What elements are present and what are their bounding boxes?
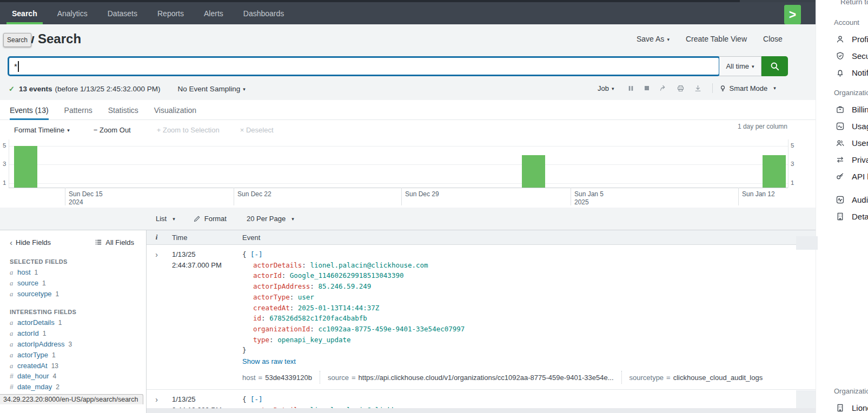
field-name: actorId <box>17 329 39 337</box>
per-page-dropdown[interactable]: 20 Per Page <box>247 215 294 223</box>
search-input[interactable]: * <box>8 56 720 76</box>
field-name: actorType <box>17 351 48 359</box>
time-column-header: Time <box>167 234 237 242</box>
json-value[interactable]: lionel.palacin@clickhouse.com <box>310 261 428 269</box>
event-sampling-dropdown[interactable]: No Event Sampling <box>178 85 246 93</box>
json-key[interactable]: organizationId <box>253 325 310 333</box>
number-type-icon: # <box>10 372 17 380</box>
job-menu[interactable]: Job <box>598 84 614 92</box>
nav-item-reports[interactable]: Reports <box>157 2 184 24</box>
panel-sections: AccountProfileSecurityNotificationsOrgan… <box>816 18 868 413</box>
string-type-icon: a <box>10 319 17 327</box>
panel-item-lionel[interactable]: Lionel <box>836 399 868 413</box>
format-timeline-dropdown[interactable]: Format Timeline <box>14 126 70 134</box>
nav-item-dashboards[interactable]: Dashboards <box>243 2 284 24</box>
stop-icon[interactable] <box>644 85 650 91</box>
panel-item-private-endpoints[interactable]: Private endpoints <box>836 151 868 168</box>
json-value[interactable]: 678526d582c1f20fac4babfb <box>269 314 367 322</box>
search-mode-dropdown[interactable]: Smart Mode <box>719 84 776 92</box>
panel-item-api-keys[interactable]: API keys <box>836 168 868 185</box>
field-row-actorDetails[interactable]: aactorDetails1 <box>0 318 146 329</box>
x-axis-tick-label: Sun Dec 22 <box>237 190 271 198</box>
show-raw-text-link[interactable]: Show as raw text <box>242 357 296 365</box>
collapse-toggle[interactable]: [-] <box>250 250 263 258</box>
return-to-link[interactable]: Return to <box>840 0 868 6</box>
hide-fields-button[interactable]: ‹ Hide Fields <box>10 238 51 247</box>
field-row-actorIpAddress[interactable]: aactorIpAddress3 <box>0 340 146 351</box>
collapse-toggle[interactable]: [-] <box>250 395 263 403</box>
share-icon[interactable] <box>659 84 667 92</box>
timeline-bar-segment[interactable] <box>763 155 786 188</box>
zoom-out-button[interactable]: − Zoom Out <box>94 126 131 134</box>
json-key[interactable]: type <box>253 336 269 344</box>
meta-field-host[interactable]: host=53de4339120b <box>242 374 312 382</box>
json-key[interactable]: actorId <box>253 271 282 279</box>
field-row-actorType[interactable]: aactorType1 <box>0 351 146 362</box>
export-icon[interactable] <box>694 84 702 92</box>
print-icon[interactable] <box>677 84 685 92</box>
y-axis-tick-label: 3 <box>791 161 794 167</box>
meta-field-source[interactable]: source=https://api.clickhouse.cloud/v1/o… <box>328 374 614 382</box>
search-button[interactable] <box>761 56 788 76</box>
field-row-sourcetype[interactable]: asourcetype1 <box>0 290 146 301</box>
x-axis-line <box>9 188 788 188</box>
json-value[interactable]: 2025-01-13T14:44:37Z <box>298 304 380 312</box>
field-row-date_mday[interactable]: #date_mday2 <box>0 383 146 394</box>
json-key[interactable]: actorIpAddress <box>253 282 310 290</box>
splunk-logo-icon[interactable]: > <box>784 5 801 24</box>
json-key[interactable]: actorType <box>253 293 290 301</box>
field-row-actorId[interactable]: aactorId1 <box>0 329 146 340</box>
timeline-bar-segment[interactable] <box>14 146 37 188</box>
events-timeline-chart[interactable]: 113355Sun Dec 152024Sun Dec 22Sun Dec 29… <box>0 139 816 208</box>
tab-events-[interactable]: Events (13) <box>10 100 49 120</box>
json-value[interactable]: user <box>298 293 314 301</box>
json-open-line: { [-] <box>242 394 816 405</box>
panel-item-security[interactable]: Security <box>836 48 868 64</box>
field-row-createdAt[interactable]: acreatedAt13 <box>0 362 146 372</box>
all-fields-button[interactable]: All Fields <box>95 238 134 247</box>
json-value[interactable]: Google_114602629918513043390 <box>290 271 404 279</box>
create-table-view-button[interactable]: Create Table View <box>686 35 747 43</box>
expand-chevron-icon[interactable]: › <box>147 249 167 384</box>
panel-item-billing[interactable]: Billing <box>836 101 868 118</box>
field-row-host[interactable]: ahost1 <box>0 268 146 279</box>
json-key[interactable]: createdAt <box>253 304 290 312</box>
tab-statistics[interactable]: Statistics <box>108 100 138 120</box>
json-key[interactable]: id <box>253 314 261 322</box>
list-view-dropdown[interactable]: List <box>156 215 175 223</box>
panel-item-notifications[interactable]: Notifications <box>836 64 868 81</box>
meta-field-sourcetype[interactable]: sourcetype=clickhouse_cloud_audit_logs <box>630 374 763 382</box>
nav-item-search[interactable]: Search <box>12 2 37 24</box>
json-key[interactable]: actorDetails <box>253 261 302 269</box>
tab-patterns[interactable]: Patterns <box>64 100 92 120</box>
nav-item-datasets[interactable]: Datasets <box>108 2 137 24</box>
panel-item-details[interactable]: Details <box>836 208 868 225</box>
save-as-button[interactable]: Save As <box>637 35 670 43</box>
brace-close: } <box>242 345 816 356</box>
panel-section-title: Account <box>834 18 868 26</box>
tab-visualization[interactable]: Visualization <box>154 100 196 120</box>
format-results-button[interactable]: Format <box>193 215 227 223</box>
json-value[interactable]: cc1092aa-8775-459e-9401-33e54ec07997 <box>318 325 465 333</box>
panel-item-usage[interactable]: Usage <box>836 118 868 135</box>
json-value[interactable]: 85.246.59.249 <box>318 282 371 290</box>
panel-item-users[interactable]: Users <box>836 135 868 151</box>
nav-item-alerts[interactable]: Alerts <box>204 2 223 24</box>
timeline-bar-segment[interactable] <box>522 155 545 188</box>
time-range-picker[interactable]: All time <box>719 56 761 76</box>
browser-status-bar: 34.29.223.20:8000/en-US/app/search/searc… <box>0 394 143 404</box>
event-time: 1/13/252:44:37.000 PM <box>167 249 237 384</box>
field-row-source[interactable]: asource1 <box>0 279 146 290</box>
field-row-date_hour[interactable]: #date_hour4 <box>0 372 146 383</box>
json-colon: : <box>290 304 298 312</box>
bell-icon <box>836 68 845 78</box>
meta-label: host <box>242 374 256 382</box>
json-value[interactable]: openapi_key_update <box>277 336 350 344</box>
pause-icon[interactable] <box>627 85 634 92</box>
plot-right-edge <box>788 139 789 188</box>
panel-item-audit[interactable]: Audit <box>836 191 868 208</box>
horizontal-scrollbar[interactable] <box>147 408 816 413</box>
close-button[interactable]: Close <box>763 35 783 43</box>
nav-item-analytics[interactable]: Analytics <box>57 2 88 24</box>
panel-item-profile[interactable]: Profile <box>836 31 868 48</box>
